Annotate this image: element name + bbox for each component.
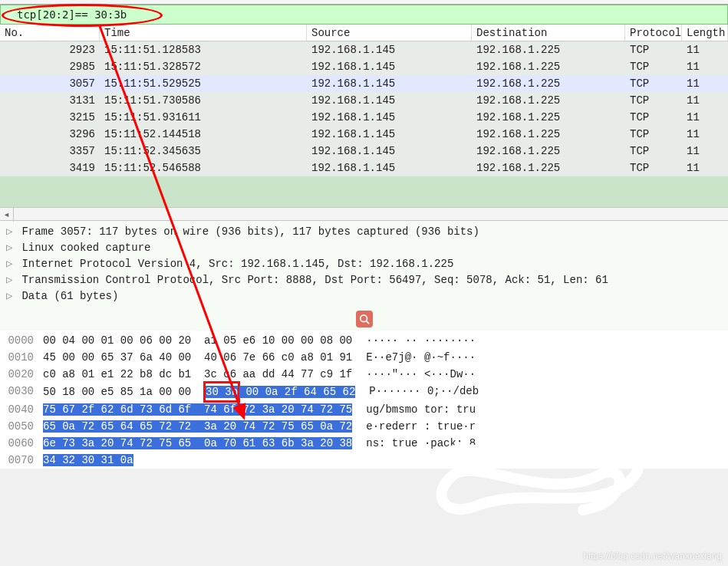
expand-icon[interactable]: ▷	[6, 256, 15, 272]
expand-icon[interactable]: ▷	[6, 288, 15, 304]
col-dst[interactable]: Destination	[472, 25, 625, 41]
detail-line[interactable]: ▷ Internet Protocol Version 4, Src: 192.…	[0, 256, 728, 272]
packet-row[interactable]: 292315:11:51.128583192.168.1.145192.168.…	[0, 41, 728, 58]
packet-row[interactable]: 298515:11:51.328572192.168.1.145192.168.…	[0, 58, 728, 75]
hex-offset: 0030	[0, 383, 43, 401]
packet-row[interactable]: 313115:11:51.730586192.168.1.145192.168.…	[0, 92, 728, 109]
hex-ascii: E··e7j@· @·~f····	[352, 349, 728, 366]
hex-offset: 0050	[0, 418, 43, 435]
cell-proto: TCP	[625, 58, 682, 75]
cell-time: 15:11:51.730586	[100, 92, 307, 109]
hex-bytes: 65 0a 72 65 64 65 72 72 3a 20 74 72 75 6…	[43, 418, 352, 435]
packet-list-header: No. Time Source Destination Protocol Len…	[0, 25, 728, 41]
hex-view[interactable]: 000000 04 00 01 00 06 00 20 a1 05 e6 10 …	[0, 331, 728, 469]
hex-line[interactable]: 0020c0 a8 01 e1 22 b8 dc b1 3c c6 aa dd …	[0, 366, 728, 383]
cell-dst: 192.168.1.225	[472, 126, 625, 143]
hex-line[interactable]: 005065 0a 72 65 64 65 72 72 3a 20 74 72 …	[0, 418, 728, 435]
cell-dst: 192.168.1.225	[472, 160, 625, 176]
packet-row[interactable]: 321515:11:51.931611192.168.1.145192.168.…	[0, 109, 728, 126]
packet-row[interactable]: 329615:11:52.144518192.168.1.145192.168.…	[0, 126, 728, 143]
filter-input[interactable]: tcp[20:2]== 30:3b	[17, 8, 725, 21]
hex-line[interactable]: 007034 32 30 31 0a	[0, 452, 728, 469]
packet-row[interactable]: 341915:11:52.546588192.168.1.145192.168.…	[0, 160, 728, 176]
col-len[interactable]: Length	[682, 25, 728, 41]
expand-icon[interactable]: ▷	[6, 272, 15, 288]
search-icon[interactable]	[356, 311, 373, 327]
cell-time: 15:11:51.128583	[100, 41, 307, 58]
packet-row[interactable]: 305715:11:51.529525192.168.1.145192.168.…	[0, 75, 728, 92]
hex-offset: 0070	[0, 452, 43, 469]
packet-row[interactable]: 335715:11:52.345635192.168.1.145192.168.…	[0, 143, 728, 160]
hex-ascii: e·rederr : true·r	[352, 418, 728, 435]
cell-len: 11	[682, 92, 728, 109]
cell-len: 11	[682, 126, 728, 143]
hex-line[interactable]: 004075 67 2f 62 6d 73 6d 6f 74 6f 72 3a …	[0, 401, 728, 418]
cell-dst: 192.168.1.225	[472, 58, 625, 75]
scroll-left-icon[interactable]: ◂	[0, 208, 14, 222]
col-src[interactable]: Source	[307, 25, 472, 41]
hex-line[interactable]: 001045 00 00 65 37 6a 40 00 40 06 7e 66 …	[0, 349, 728, 366]
cell-src: 192.168.1.145	[307, 109, 472, 126]
cell-src: 192.168.1.145	[307, 92, 472, 109]
cell-src: 192.168.1.145	[307, 75, 472, 92]
hex-bytes: 6e 73 3a 20 74 72 75 65 0a 70 61 63 6b 3…	[43, 435, 352, 452]
cell-no: 3419	[0, 160, 100, 176]
hex-ascii: P······· 0;··/deb	[355, 383, 728, 401]
detail-line[interactable]: ▷ Transmission Control Protocol, Src Por…	[0, 272, 728, 288]
col-proto[interactable]: Protocol	[625, 25, 682, 41]
cell-time: 15:11:52.144518	[100, 126, 307, 143]
hex-line[interactable]: 00606e 73 3a 20 74 72 75 65 0a 70 61 63 …	[0, 435, 728, 452]
cell-no: 2985	[0, 58, 100, 75]
detail-line[interactable]: ▷ Frame 3057: 117 bytes on wire (936 bit…	[0, 224, 728, 240]
cell-proto: TCP	[625, 126, 682, 143]
cell-no: 3357	[0, 143, 100, 160]
hex-ascii: ug/bmsmo tor: tru	[352, 401, 728, 418]
cell-dst: 192.168.1.225	[472, 143, 625, 160]
cell-src: 192.168.1.145	[307, 143, 472, 160]
cell-src: 192.168.1.145	[307, 126, 472, 143]
hex-line[interactable]: 003050 18 00 e5 85 1a 00 00 30 3b 00 0a …	[0, 383, 728, 401]
cell-len: 11	[682, 41, 728, 58]
hex-line[interactable]: 000000 04 00 01 00 06 00 20 a1 05 e6 10 …	[0, 332, 728, 349]
cell-time: 15:11:51.931611	[100, 109, 307, 126]
bookmark-icon[interactable]	[3, 9, 14, 20]
hex-bytes: c0 a8 01 e1 22 b8 dc b1 3c c6 aa dd 44 7…	[43, 366, 352, 383]
hex-bytes: 50 18 00 e5 85 1a 00 00 30 3b 00 0a 2f 6…	[43, 383, 355, 401]
cell-no: 2923	[0, 41, 100, 58]
hex-ascii: ns: true ·pack: 8	[352, 435, 728, 452]
col-no[interactable]: No.	[0, 25, 100, 41]
cell-len: 11	[682, 160, 728, 176]
cell-proto: TCP	[625, 143, 682, 160]
filter-bar: tcp[20:2]== 30:3b	[0, 5, 728, 25]
hex-bytes: 75 67 2f 62 6d 73 6d 6f 74 6f 72 3a 20 7…	[43, 401, 352, 418]
hex-ascii: ····"··· <···Dw··	[352, 366, 728, 383]
hex-bytes: 45 00 00 65 37 6a 40 00 40 06 7e 66 c0 a…	[43, 349, 352, 366]
detail-line[interactable]: ▷ Linux cooked capture	[0, 240, 728, 256]
hex-offset: 0000	[0, 332, 43, 349]
col-time[interactable]: Time	[100, 25, 307, 41]
hex-offset: 0020	[0, 366, 43, 383]
packet-list[interactable]: No. Time Source Destination Protocol Len…	[0, 25, 728, 207]
svg-point-0	[360, 315, 367, 322]
cell-time: 15:11:52.546588	[100, 160, 307, 176]
packet-details[interactable]: ▷ Frame 3057: 117 bytes on wire (936 bit…	[0, 221, 728, 308]
cell-len: 11	[682, 58, 728, 75]
hex-ascii: ····· ·· ········	[352, 332, 728, 349]
cell-len: 11	[682, 109, 728, 126]
packet-list-filler	[0, 176, 728, 207]
expand-icon[interactable]: ▷	[6, 224, 15, 240]
cell-src: 192.168.1.145	[307, 160, 472, 176]
detail-line[interactable]: ▷ Data (61 bytes)	[0, 288, 728, 304]
cell-len: 11	[682, 143, 728, 160]
expand-icon[interactable]: ▷	[6, 240, 15, 256]
hex-ascii	[133, 452, 728, 469]
cell-time: 15:11:51.529525	[100, 75, 307, 92]
cell-proto: TCP	[625, 160, 682, 176]
hscroll[interactable]: ◂	[0, 207, 728, 221]
cell-src: 192.168.1.145	[307, 58, 472, 75]
cell-dst: 192.168.1.225	[472, 41, 625, 58]
watermark: https://blog.csdn.net/wanxuexiang	[583, 551, 722, 561]
hex-offset: 0060	[0, 435, 43, 452]
hex-offset: 0010	[0, 349, 43, 366]
cell-no: 3215	[0, 109, 100, 126]
